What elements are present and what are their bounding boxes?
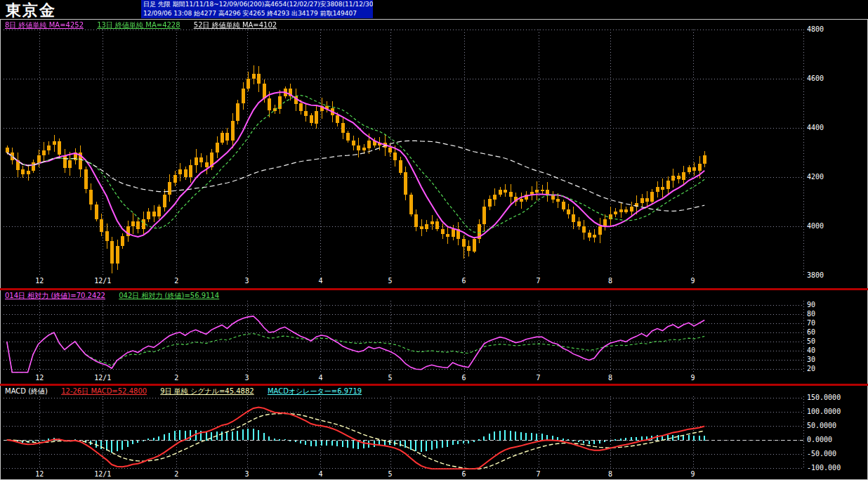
ma13-legend-label[interactable]: 13日 終値単純 MA=4228: [97, 21, 180, 29]
macd-panel: MACD (終値) 12-26日 MACD=52.4800 9日 単純 シグナル…: [0, 386, 868, 480]
price-x-axis-labels: 1212/123456789: [4, 277, 804, 286]
y-tick-label: 100.0000: [807, 408, 841, 415]
y-tick-label: 4200: [807, 173, 824, 181]
y-tick-label: 150.0000: [807, 394, 841, 401]
macd-signal-legend-label[interactable]: 9日 単純 シグナル=45.4882: [160, 387, 254, 395]
x-tick-label: 7: [537, 374, 541, 382]
ma52-legend-label[interactable]: 52日 終値単純 MA=4102: [194, 21, 277, 29]
x-tick-label: 4: [318, 277, 322, 285]
price-y-axis-labels: 480046004400420040003800: [807, 20, 864, 288]
x-tick-label: 9: [691, 470, 695, 478]
x-tick-label: 6: [461, 374, 466, 382]
price-candlestick-canvas[interactable]: [4, 30, 804, 275]
x-tick-label: 9: [691, 374, 695, 382]
rsi-panel: 014日 相対力 (終値)=70.2422 042日 相対力 (終値)=56.9…: [0, 290, 868, 384]
x-tick-label: 2: [174, 277, 178, 285]
y-tick-label: 4600: [807, 74, 824, 82]
price-panel: 8日 終値単純 MA=4252 13日 終値単純 MA=4228 52日 終値単…: [0, 19, 868, 288]
x-tick-label: 12: [35, 374, 44, 382]
price-legend: 8日 終値単純 MA=4252 13日 終値単純 MA=4228 52日 終値単…: [5, 20, 288, 30]
chart-app-window: 東京金 日足 先限 期間11/11/18~12/09/06(200)高4654(…: [0, 0, 868, 480]
x-tick-label: 6: [461, 470, 466, 478]
x-tick-label: 12: [35, 277, 44, 285]
y-tick-label: 50: [807, 337, 815, 345]
macd-canvas[interactable]: [4, 396, 804, 469]
macd-legend: MACD (終値) 12-26日 MACD=52.4800 9日 単純 シグナル…: [5, 387, 373, 396]
macd-x-axis-labels: 1212/123456789: [4, 470, 804, 479]
y-tick-label: 4800: [807, 25, 824, 33]
x-tick-label: 6: [461, 277, 466, 285]
x-tick-label: 12/1: [94, 277, 111, 285]
y-tick-label: 40: [807, 346, 815, 354]
y-tick-label: 80: [807, 310, 815, 318]
y-tick-label: 4000: [807, 222, 824, 230]
y-tick-label: 50.0000: [807, 422, 836, 429]
macd-osc-legend-label[interactable]: MACDオシレーター=6.9719: [268, 387, 362, 395]
y-tick-label: 30: [807, 356, 815, 363]
x-tick-label: 12: [35, 470, 44, 478]
x-tick-label: 7: [537, 470, 541, 478]
y-tick-label: 70: [807, 319, 815, 327]
x-tick-label: 2: [174, 470, 178, 478]
y-tick-label: 4400: [807, 124, 824, 131]
ma8-legend-label[interactable]: 8日 終値単純 MA=4252: [5, 21, 84, 29]
x-tick-label: 9: [691, 277, 695, 285]
x-tick-label: 12/1: [94, 374, 111, 382]
y-tick-label: 90: [807, 301, 815, 309]
y-tick-label: 0.0000: [807, 436, 832, 443]
x-tick-label: 4: [318, 470, 322, 478]
rsi14-legend-label[interactable]: 014日 相対力 (終値)=70.2422: [5, 292, 105, 299]
x-tick-label: 3: [245, 374, 249, 382]
y-tick-label: -50.000: [807, 450, 836, 458]
rsi42-legend-label[interactable]: 042日 相対力 (終値)=56.9114: [119, 292, 219, 299]
x-tick-label: 12/1: [94, 470, 111, 478]
x-tick-label: 8: [608, 470, 612, 478]
x-tick-label: 4: [318, 374, 322, 382]
x-tick-label: 5: [388, 277, 393, 285]
instrument-title: 東京金: [6, 0, 56, 21]
y-tick-label: 60: [807, 328, 815, 336]
x-tick-label: 5: [388, 470, 393, 478]
chart-info-line1: 日足 先限 期間11/11/18~12/09/06(200)高4654(12/0…: [141, 0, 373, 9]
rsi-y-axis-labels: 9080706050403020: [807, 290, 864, 384]
y-tick-label: 3800: [807, 271, 824, 279]
chart-info-line2: 12/09/06 13:08 始4277 高4296 安4265 終4293 出…: [141, 9, 373, 18]
y-tick-label: -100.000: [807, 464, 841, 472]
macd-line-legend-label[interactable]: 12-26日 MACD=52.4800: [61, 387, 147, 395]
rsi-x-axis-labels: 1212/123456789: [4, 374, 804, 383]
x-tick-label: 7: [537, 277, 541, 285]
x-tick-label: 3: [245, 470, 249, 478]
macd-title-label: MACD (終値): [5, 387, 48, 395]
rsi-legend: 014日 相対力 (終値)=70.2422 042日 相対力 (終値)=56.9…: [5, 291, 230, 301]
x-tick-label: 8: [608, 374, 612, 382]
x-tick-label: 3: [245, 277, 249, 285]
rsi-line-canvas[interactable]: [4, 301, 804, 373]
x-tick-label: 8: [608, 277, 612, 285]
x-tick-label: 2: [174, 374, 178, 382]
macd-y-axis-labels: 150.0000100.000050.00000.0000-50.000-100…: [807, 386, 864, 479]
x-tick-label: 5: [388, 374, 393, 382]
y-tick-label: 20: [807, 365, 815, 372]
